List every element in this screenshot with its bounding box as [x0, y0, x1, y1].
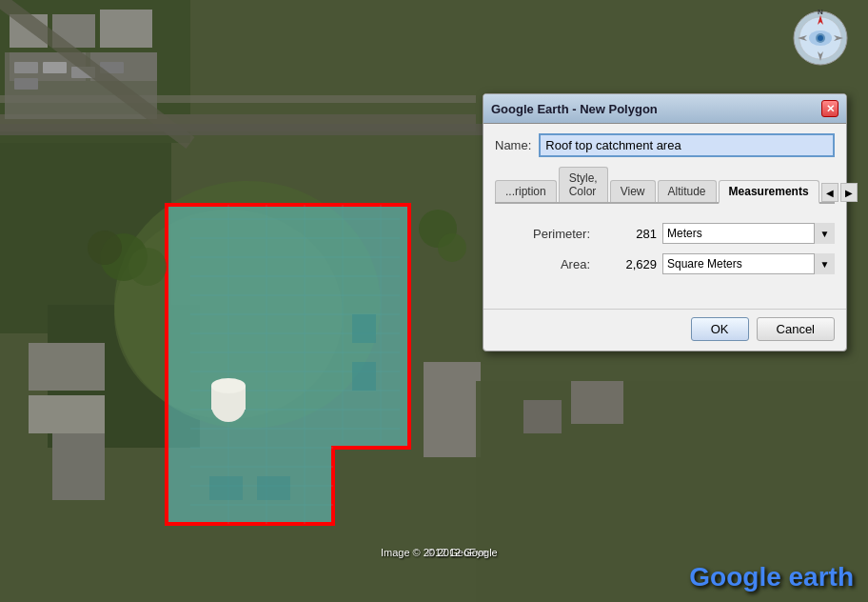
watermark-copyright: © 2012 Google — [427, 547, 498, 558]
svg-text:N: N — [818, 10, 823, 16]
svg-point-70 — [818, 35, 823, 41]
perimeter-value: 281 — [600, 227, 657, 241]
name-input[interactable] — [539, 133, 835, 157]
tab-altitude[interactable]: Altitude — [658, 180, 717, 202]
tab-measurements[interactable]: Measurements — [719, 180, 819, 204]
svg-rect-47 — [209, 476, 243, 500]
area-row: Area: 2,629 Square Meters Square Kilomet… — [495, 253, 835, 274]
dialog-body: Name: ...ription Style, Color View Altit… — [483, 124, 846, 309]
svg-point-51 — [211, 378, 246, 393]
watermark-google: Google earth — [689, 562, 854, 592]
svg-point-58 — [88, 231, 122, 265]
dialog-footer: OK Cancel — [483, 309, 846, 351]
name-label: Name: — [495, 138, 531, 152]
tab-view[interactable]: View — [610, 180, 656, 202]
name-row: Name: — [495, 133, 835, 157]
svg-point-60 — [438, 233, 466, 262]
perimeter-unit-select[interactable]: Meters Kilometers Feet Miles Nautical Mi… — [662, 223, 835, 244]
svg-rect-52 — [29, 343, 105, 391]
ok-button[interactable]: OK — [691, 317, 749, 341]
new-polygon-dialog: Google Earth - New Polygon ✕ Name: ...ri… — [483, 93, 847, 351]
svg-rect-54 — [52, 433, 105, 500]
dialog-close-button[interactable]: ✕ — [821, 100, 838, 117]
measurements-content: Perimeter: 281 Meters Kilometers Feet Mi… — [495, 215, 835, 299]
svg-rect-45 — [352, 314, 376, 343]
area-value: 2,629 — [600, 257, 657, 271]
svg-rect-48 — [257, 476, 290, 500]
perimeter-row: Perimeter: 281 Meters Kilometers Feet Mi… — [495, 223, 835, 244]
svg-point-57 — [128, 248, 167, 286]
tabs-row: ...ription Style, Color View Altitude Me… — [495, 167, 835, 204]
tab-prev-button[interactable]: ◀ — [821, 183, 838, 202]
svg-rect-8 — [100, 10, 152, 48]
watermark-google-text: Google earth — [689, 562, 854, 592]
compass[interactable]: N — [792, 10, 849, 67]
tab-next-button[interactable]: ▶ — [840, 183, 858, 202]
svg-rect-61 — [0, 124, 485, 135]
svg-rect-65 — [571, 381, 623, 424]
svg-rect-46 — [352, 362, 376, 391]
svg-rect-12 — [14, 62, 38, 73]
svg-rect-64 — [523, 400, 562, 433]
dialog-title: Google Earth - New Polygon — [491, 102, 658, 116]
svg-rect-14 — [43, 62, 67, 73]
tab-description[interactable]: ...ription — [495, 180, 557, 202]
perimeter-unit-wrapper: Meters Kilometers Feet Miles Nautical Mi… — [662, 223, 835, 244]
area-unit-select[interactable]: Square Meters Square Kilometers Square F… — [662, 253, 835, 274]
perimeter-label: Perimeter: — [495, 227, 590, 241]
tab-navigation: ◀ ▶ — [821, 183, 858, 202]
svg-rect-55 — [424, 362, 481, 457]
dialog-titlebar: Google Earth - New Polygon ✕ — [483, 94, 846, 124]
area-label: Area: — [495, 257, 590, 271]
tab-style-color[interactable]: Style, Color — [559, 167, 608, 202]
cancel-button[interactable]: Cancel — [757, 317, 835, 341]
area-unit-wrapper: Square Meters Square Kilometers Square F… — [662, 253, 835, 274]
svg-rect-13 — [14, 78, 38, 90]
svg-rect-53 — [29, 395, 105, 433]
